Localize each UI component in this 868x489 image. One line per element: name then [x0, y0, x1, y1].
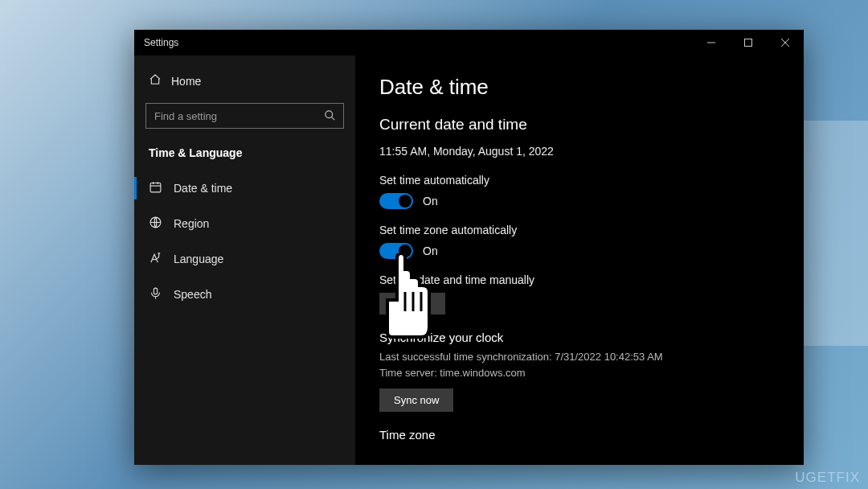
- sync-server-text: Time server: time.windows.com: [379, 365, 780, 381]
- home-label: Home: [171, 75, 201, 88]
- globe-icon: [149, 216, 162, 232]
- set-tz-auto-toggle[interactable]: [379, 243, 413, 259]
- sync-heading: Synchronize your clock: [379, 331, 780, 344]
- set-manual-label: Set the date and time manually: [379, 273, 780, 286]
- window-controls: [693, 30, 804, 55]
- page-title: Date & time: [379, 75, 780, 100]
- set-tz-auto-state: On: [423, 244, 438, 257]
- sync-last-text: Last successful time synchronization: 7/…: [379, 349, 780, 365]
- sidebar-item-label: Speech: [174, 288, 211, 301]
- language-icon: [149, 251, 162, 267]
- set-tz-auto-label: Set time zone automatically: [379, 224, 780, 236]
- sidebar: Home Time & Language Date & time: [134, 55, 355, 465]
- sidebar-item-date-time[interactable]: Date & time: [134, 171, 355, 206]
- change-button[interactable]: Change: [379, 293, 445, 314]
- svg-rect-1: [745, 39, 752, 47]
- svg-rect-6: [150, 183, 161, 192]
- sidebar-item-language[interactable]: Language: [134, 241, 355, 277]
- home-nav[interactable]: Home: [134, 67, 355, 95]
- search-icon: [324, 109, 336, 125]
- search-input-wrap[interactable]: [145, 103, 344, 129]
- search-input[interactable]: [146, 110, 343, 122]
- home-icon: [149, 73, 162, 88]
- sync-now-button[interactable]: Sync now: [379, 388, 453, 412]
- svg-line-5: [331, 117, 334, 120]
- set-time-auto-state: On: [423, 195, 438, 208]
- sidebar-item-label: Region: [174, 217, 209, 230]
- section-current-heading: Current date and time: [379, 116, 780, 134]
- watermark: UGETFIX: [795, 470, 860, 486]
- sidebar-item-region[interactable]: Region: [134, 206, 355, 241]
- maximize-button[interactable]: [730, 30, 767, 55]
- settings-main: Date & time Current date and time 11:55 …: [355, 55, 804, 465]
- settings-window: Settings Home: [134, 30, 804, 465]
- sidebar-category: Time & Language: [134, 140, 355, 171]
- close-button[interactable]: [767, 30, 804, 55]
- timezone-heading: Time zone: [379, 428, 780, 442]
- sidebar-item-speech[interactable]: Speech: [134, 277, 355, 312]
- sidebar-item-label: Date & time: [174, 182, 232, 195]
- set-time-auto-toggle[interactable]: [379, 193, 413, 209]
- current-datetime-value: 11:55 AM, Monday, August 1, 2022: [379, 145, 780, 158]
- mic-icon: [149, 286, 162, 302]
- svg-rect-12: [154, 288, 157, 294]
- clock-icon: [149, 180, 162, 196]
- window-title: Settings: [144, 37, 178, 48]
- set-time-auto-label: Set time automatically: [379, 174, 780, 187]
- sidebar-item-label: Language: [174, 253, 223, 265]
- svg-point-4: [326, 111, 333, 118]
- minimize-button[interactable]: [693, 30, 730, 55]
- titlebar: Settings: [134, 30, 804, 55]
